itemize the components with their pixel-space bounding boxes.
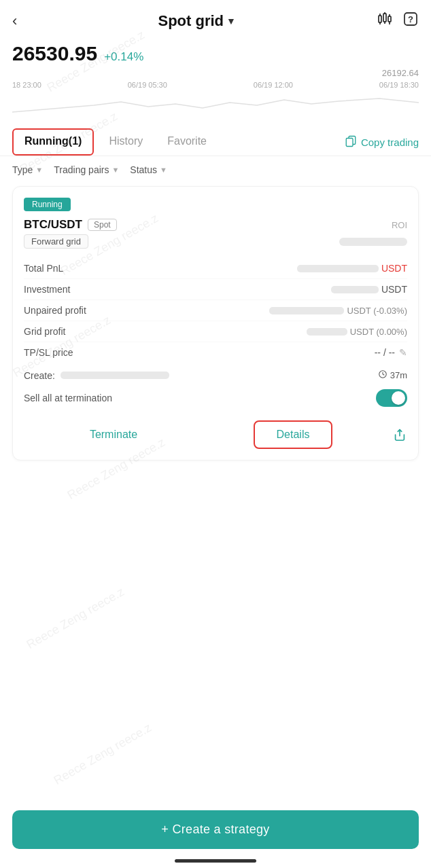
svg-rect-6 — [388, 16, 391, 22]
time-value: 37m — [390, 370, 407, 380]
back-button[interactable]: ‹ — [12, 12, 17, 30]
price-value: 26530.95 — [12, 42, 97, 65]
status-filter[interactable]: Status ▼ — [130, 164, 167, 175]
grid-profit-note: USDT (0.00%) — [350, 327, 407, 337]
details-button-wrapper: Details — [203, 420, 383, 449]
price-sub: 26192.64 — [0, 68, 431, 81]
unpaired-profit-row: Unpaired profit USDT (-0.03%) — [24, 300, 407, 321]
grid-type-badge: Forward grid — [24, 234, 88, 249]
svg-text:?: ? — [408, 14, 413, 24]
app-header: ‹ Spot grid ▼ ? — [0, 0, 431, 38]
create-row: Create: 37m — [24, 363, 407, 384]
unpaired-profit-value: USDT (-0.03%) — [269, 306, 407, 316]
strategy-card: Running BTC/USDT Spot ROI Forward grid T… — [12, 186, 419, 460]
grid-type-row: Forward grid — [24, 234, 407, 249]
investment-unit: USDT — [381, 284, 407, 295]
share-button[interactable] — [383, 427, 407, 442]
price-change: +0.14% — [104, 50, 143, 64]
grid-profit-row: Grid profit USDT (0.00%) — [24, 321, 407, 342]
header-icons: ? — [377, 11, 419, 31]
total-pnl-unit: USDT — [381, 263, 407, 274]
details-button[interactable]: Details — [254, 420, 333, 449]
total-pnl-value: USDT — [297, 263, 407, 274]
investment-bar — [331, 286, 379, 293]
roi-bar — [339, 238, 407, 246]
terminate-button[interactable]: Terminate — [24, 429, 203, 441]
tab-running[interactable]: Running(1) — [12, 128, 94, 156]
bottom-bar: + Create a strategy — [0, 810, 431, 849]
title-text: Spot grid — [158, 12, 224, 30]
filters-bar: Type ▼ Trading pairs ▼ Status ▼ — [0, 156, 431, 181]
svg-rect-12 — [346, 138, 353, 146]
copy-trading-icon — [345, 135, 357, 149]
tab-history[interactable]: History — [97, 128, 155, 156]
trading-pair: BTC/USDT Spot — [24, 218, 117, 232]
price-bar: 26530.95 +0.14% — [0, 38, 431, 68]
sell-termination-toggle[interactable] — [376, 389, 407, 407]
page-title[interactable]: Spot grid ▼ — [158, 12, 235, 30]
unpaired-profit-bar — [269, 307, 344, 314]
tpsl-edit-icon[interactable]: ✎ — [399, 347, 407, 358]
spot-badge: Spot — [88, 219, 117, 231]
create-strategy-button[interactable]: + Create a strategy — [12, 810, 419, 849]
svg-line-15 — [383, 374, 384, 375]
grid-profit-value: USDT (0.00%) — [307, 327, 407, 337]
chart-label-2: 06/19 05:30 — [128, 81, 167, 89]
type-filter[interactable]: Type ▼ — [12, 164, 43, 175]
investment-label: Investment — [24, 284, 70, 295]
toggle-thumb — [392, 391, 405, 405]
chart-area: 18 23:00 06/19 05:30 06/19 12:00 06/19 1… — [0, 81, 431, 122]
svg-rect-3 — [383, 14, 386, 22]
action-row: Terminate Details — [24, 411, 407, 452]
status-chevron-icon: ▼ — [160, 166, 167, 174]
copy-trading-button[interactable]: Copy trading — [345, 135, 419, 149]
grid-profit-bar — [307, 328, 347, 336]
create-label: Create: — [24, 370, 55, 381]
chart-svg — [12, 92, 419, 119]
chart-label-3: 06/19 12:00 — [254, 81, 293, 89]
total-pnl-label: Total PnL — [24, 263, 63, 274]
home-indicator — [175, 859, 256, 863]
investment-row: Investment USDT — [24, 279, 407, 300]
clock-icon — [378, 369, 387, 381]
sell-termination-row: Sell all at termination — [24, 384, 407, 411]
help-icon[interactable]: ? — [402, 11, 419, 31]
chart-labels: 18 23:00 06/19 05:30 06/19 12:00 06/19 1… — [12, 81, 419, 89]
total-pnl-row: Total PnL USDT — [24, 258, 407, 279]
unpaired-profit-label: Unpaired profit — [24, 305, 86, 316]
tabs-bar: Running(1) History Favorite Copy trading — [0, 122, 431, 156]
tpsl-row: TP/SL price -- / -- ✎ — [24, 342, 407, 363]
svg-rect-0 — [379, 16, 381, 22]
roi-label: ROI — [392, 220, 407, 230]
grid-profit-label: Grid profit — [24, 326, 65, 337]
tab-favorite[interactable]: Favorite — [155, 128, 219, 156]
title-chevron-icon: ▼ — [226, 16, 236, 26]
create-bar — [61, 372, 169, 379]
unpaired-profit-note: USDT (-0.03%) — [347, 306, 407, 316]
type-chevron-icon: ▼ — [35, 166, 43, 174]
total-pnl-bar — [297, 265, 379, 272]
tpsl-label: TP/SL price — [24, 347, 73, 358]
running-badge: Running — [24, 198, 71, 211]
sell-termination-label: Sell all at termination — [24, 393, 112, 403]
investment-value: USDT — [331, 284, 407, 295]
card-header-row: BTC/USDT Spot ROI — [24, 218, 407, 232]
candles-icon[interactable] — [377, 11, 393, 31]
trading-pairs-filter[interactable]: Trading pairs ▼ — [54, 164, 119, 175]
pairs-chevron-icon: ▼ — [111, 166, 119, 174]
tpsl-value: -- / -- ✎ — [375, 347, 407, 358]
chart-label-4: 06/19 18:30 — [379, 81, 419, 89]
time-badge: 37m — [378, 369, 407, 381]
chart-label-1: 18 23:00 — [12, 81, 41, 89]
